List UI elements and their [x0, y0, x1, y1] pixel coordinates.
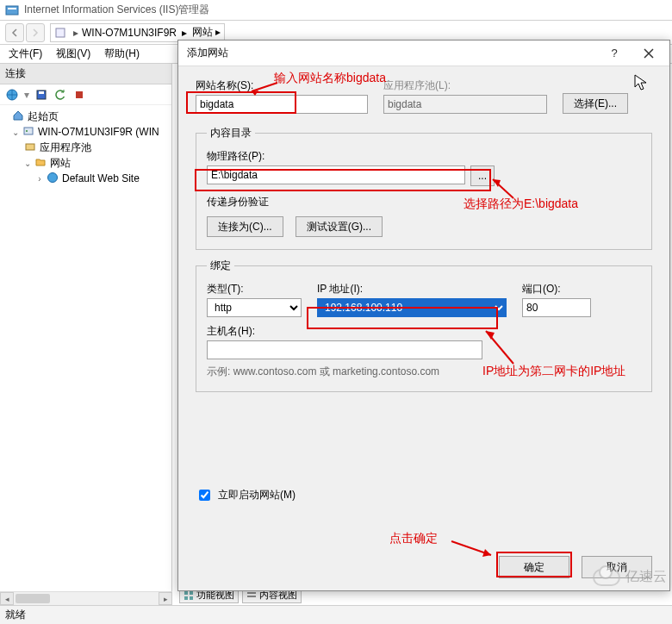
- dialog-body: 网站名称(S): 应用程序池(L): 选择(E)... 内容目录 物理路径(P)…: [178, 66, 669, 590]
- status-text: 就绪: [5, 608, 26, 622]
- svg-rect-12: [190, 591, 193, 595]
- connect-as-button[interactable]: 连接为(C)...: [207, 216, 283, 237]
- tree-server-node[interactable]: ⌄ WIN-O7M1UN3IF9R (WIN: [2, 124, 170, 140]
- collapse-icon[interactable]: ⌄: [22, 159, 33, 168]
- hostname-example: 示例: www.contoso.com 或 marketing.contoso.…: [207, 365, 641, 379]
- svg-rect-9: [26, 144, 34, 150]
- tree-app-pools[interactable]: 应用程序池: [2, 140, 170, 155]
- tree-label: 起始页: [28, 109, 59, 124]
- status-bar: 就绪: [0, 605, 672, 624]
- add-website-dialog: 添加网站 ? 网站名称(S): 应用程序池(L): 选择(E)... 内容目录 …: [177, 40, 670, 591]
- svg-rect-15: [247, 592, 256, 594]
- expand-icon[interactable]: ›: [34, 174, 45, 184]
- svg-rect-14: [190, 596, 193, 600]
- server-icon: [54, 27, 66, 39]
- refresh-icon[interactable]: [53, 88, 67, 102]
- hostname-label: 主机名(H):: [207, 324, 482, 339]
- tree-default-site[interactable]: › Default Web Site: [2, 171, 170, 186]
- ok-button[interactable]: 确定: [499, 556, 569, 578]
- close-button[interactable]: [632, 42, 666, 65]
- svg-point-10: [48, 173, 58, 183]
- svg-rect-13: [184, 596, 188, 600]
- scroll-thumb[interactable]: [16, 594, 50, 603]
- binding-type-select[interactable]: http: [207, 298, 302, 317]
- connections-tree: 起始页 ⌄ WIN-O7M1UN3IF9R (WIN 应用程序池 ⌄ 网站 › …: [0, 105, 171, 190]
- test-settings-button[interactable]: 测试设置(G)...: [296, 216, 383, 237]
- scroll-right-button[interactable]: ▸: [159, 592, 172, 605]
- start-immediately-checkbox[interactable]: [199, 490, 210, 501]
- tree-label: Default Web Site: [62, 172, 140, 184]
- select-app-pool-button[interactable]: 选择(E)...: [563, 93, 628, 114]
- site-name-label: 网站名称(S):: [196, 78, 368, 93]
- svg-point-8: [26, 130, 28, 132]
- svg-rect-0: [6, 6, 18, 15]
- window-title: Internet Information Services (IIS)管理器: [24, 3, 209, 17]
- svg-rect-7: [24, 128, 33, 134]
- passthrough-auth-label: 传递身份验证: [207, 195, 641, 209]
- content-directory-group: 内容目录 物理路径(P): ... 传递身份验证 连接为(C)... 测试设置(…: [196, 126, 652, 250]
- menu-help[interactable]: 帮助(H): [99, 45, 145, 63]
- chevron-right-icon: ▸: [73, 27, 78, 39]
- connections-header: 连接: [0, 64, 171, 84]
- svg-rect-16: [247, 596, 256, 597]
- browse-path-button[interactable]: ...: [470, 165, 495, 186]
- globe-icon: [47, 172, 60, 185]
- site-name-input[interactable]: [196, 95, 368, 114]
- tree-start-page[interactable]: 起始页: [2, 109, 170, 124]
- breadcrumb-server: WIN-O7M1UN3IF9R: [82, 27, 177, 39]
- app-pool-input: [383, 95, 547, 114]
- iis-icon: [5, 3, 19, 17]
- cloud-icon: [593, 569, 620, 586]
- help-button[interactable]: ?: [597, 42, 632, 65]
- nav-back-button[interactable]: [5, 23, 24, 42]
- binding-group: 绑定 类型(T): http IP 地址(I): 192.168.100.110…: [196, 259, 652, 392]
- port-label: 端口(O):: [522, 282, 591, 296]
- world-icon[interactable]: [5, 88, 19, 102]
- content-group-legend: 内容目录: [207, 126, 255, 140]
- nav-forward-button[interactable]: [26, 23, 45, 42]
- home-icon: [12, 109, 26, 123]
- physical-path-input[interactable]: [207, 165, 465, 184]
- app-pool-label: 应用程序池(L):: [383, 78, 547, 93]
- app-pool-icon: [24, 140, 38, 154]
- collapse-icon[interactable]: ⌄: [10, 128, 21, 137]
- physical-path-label: 物理路径(P):: [207, 150, 264, 162]
- dialog-title: 添加网站: [187, 46, 597, 60]
- ip-label: IP 地址(I):: [317, 282, 507, 296]
- start-immediately-label: 立即启动网站(M): [218, 488, 296, 502]
- watermark-text: 亿速云: [625, 568, 667, 586]
- mouse-cursor-icon: [634, 74, 648, 91]
- tree-label: 应用程序池: [40, 140, 91, 155]
- save-icon[interactable]: [34, 88, 48, 102]
- ip-address-select[interactable]: 192.168.100.110: [317, 298, 507, 317]
- dialog-titlebar: 添加网站 ?: [178, 41, 669, 66]
- tree-label: 网站: [50, 156, 71, 171]
- tree-scrollbar-horizontal[interactable]: ◂ ▸: [0, 591, 172, 605]
- scroll-left-button[interactable]: ◂: [0, 592, 14, 605]
- menu-file[interactable]: 文件(F): [3, 45, 47, 63]
- binding-group-legend: 绑定: [207, 259, 234, 273]
- window-titlebar: Internet Information Services (IIS)管理器: [0, 0, 672, 21]
- svg-rect-11: [184, 591, 188, 595]
- svg-rect-5: [39, 91, 44, 94]
- connections-panel: 连接 ▾ 起始页 ⌄ WIN-O7M1UN3IF9R (WIN 应用程序池: [0, 64, 172, 605]
- svg-rect-6: [76, 91, 83, 98]
- type-label: 类型(T):: [207, 282, 302, 296]
- port-input[interactable]: [522, 298, 591, 317]
- start-immediately-row: 立即启动网站(M): [196, 487, 652, 503]
- svg-rect-1: [8, 8, 16, 9]
- server-icon: [22, 125, 36, 139]
- stop-icon[interactable]: [72, 88, 86, 102]
- folder-icon: [34, 156, 48, 170]
- watermark: 亿速云: [593, 568, 667, 586]
- tree-sites-node[interactable]: ⌄ 网站: [2, 155, 170, 171]
- breadcrumb-tail: 网站 ▸: [192, 25, 221, 40]
- connections-toolbar: ▾: [0, 84, 171, 105]
- tree-label: WIN-O7M1UN3IF9R (WIN: [38, 126, 159, 138]
- hostname-input[interactable]: [207, 340, 482, 359]
- svg-rect-2: [56, 28, 65, 37]
- menu-view[interactable]: 视图(V): [51, 45, 96, 63]
